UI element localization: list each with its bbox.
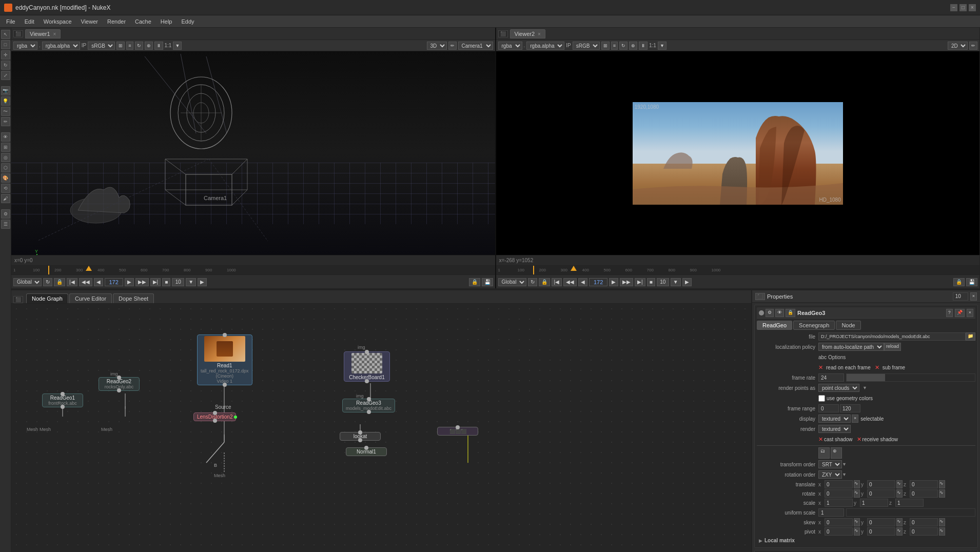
viewer2-fps-btn[interactable]: 10 <box>657 278 669 286</box>
readgeo3-skew-z-input[interactable]: 0 <box>910 518 938 526</box>
viewer2-stop-btn[interactable]: ■ <box>647 278 655 286</box>
node-checker-top-connector[interactable] <box>365 350 369 354</box>
viewer2-btn-pause[interactable]: ⏸ <box>639 42 648 50</box>
node-read1-top-connector[interactable] <box>223 333 227 337</box>
tab-curve-editor[interactable]: Curve Editor <box>69 293 112 303</box>
toolbar-btn-paint[interactable]: 🖌 <box>1 194 10 203</box>
tab-dope-sheet[interactable]: Dope Sheet <box>113 293 154 303</box>
maximize-button[interactable]: □ <box>959 4 967 11</box>
toolbar-btn-eye[interactable]: 👁 <box>1 132 10 142</box>
readgeo3-skx-btn[interactable]: ∿ <box>854 518 860 526</box>
viewer1-global-select[interactable]: Global <box>13 278 42 286</box>
viewer2-fwd-end-btn[interactable]: ▶| <box>635 278 645 286</box>
readgeo3-scale-y-input[interactable]: 1 <box>860 499 888 507</box>
viewer2-frame-input[interactable]: 172 <box>589 278 607 286</box>
viewer1-pen-btn[interactable]: ✏ <box>448 42 457 50</box>
node-read1-bottom-connector[interactable] <box>223 383 227 387</box>
readgeo3-renderpoints-select[interactable]: point clouds <box>818 384 859 392</box>
node-cluster-top-connector[interactable] <box>456 425 460 429</box>
readgeo3-pvz-btn[interactable]: ∿ <box>939 527 945 536</box>
menu-eddy[interactable]: Eddy <box>177 17 198 26</box>
viewer2-colorspace-select[interactable]: rgba <box>498 42 522 50</box>
node-checkerboard1[interactable]: CheckerBoard1 <box>344 351 390 382</box>
viewer1-fps-btn[interactable]: 10 <box>172 278 184 286</box>
readgeo3-translate-z-input[interactable]: 0 <box>910 480 938 488</box>
viewer1-step-fwd-btn[interactable]: ▶ <box>125 278 134 286</box>
readgeo3-pivot-y-input[interactable]: 0 <box>867 527 895 536</box>
viewer1-btn1[interactable]: ⊞ <box>116 42 125 50</box>
node-normal1[interactable]: Normal1 <box>346 447 387 456</box>
viewer1-zoom-btn[interactable]: ▼ <box>173 42 182 50</box>
readgeo3-transformorder-select[interactable]: SRT <box>818 460 842 468</box>
viewer2-fwd-btn2[interactable]: ▶ <box>682 278 692 286</box>
viewer1-btn4[interactable]: ⊕ <box>145 42 153 50</box>
viewer1-tab[interactable]: Viewer1 × <box>25 29 61 38</box>
viewer1-stop-btn[interactable]: ■ <box>162 278 170 286</box>
readgeo3-skz-btn[interactable]: ∿ <box>939 518 945 526</box>
node-readgeo3-bottom-connector[interactable] <box>367 410 371 414</box>
toolbar-btn-arrow[interactable]: ↖ <box>1 30 10 39</box>
viewer1-ip-select[interactable]: sRGB <box>88 42 115 50</box>
viewer2-mode-select[interactable]: 2D <box>948 42 968 50</box>
viewer1-alpha-select[interactable]: rgba.alpha <box>42 42 80 50</box>
readgeo3-reload-btn[interactable]: reload <box>884 343 901 351</box>
readgeo3-uniformscale-input[interactable]: 1 <box>818 508 844 517</box>
toolbar-btn-move[interactable]: ✛ <box>1 50 10 60</box>
viewer2-lock-btn[interactable]: 🔒 <box>539 278 550 286</box>
toolbar-btn-color[interactable]: 🎨 <box>1 173 10 183</box>
toolbar-btn-grid[interactable]: ⊞ <box>1 143 10 152</box>
node-cluster-bottom[interactable]: ⬛⬛⬛ <box>437 427 478 436</box>
toolbar-btn-camera[interactable]: 📷 <box>1 86 10 95</box>
viewer1-fwd-end-btn[interactable]: ▶| <box>150 278 161 286</box>
readgeo3-rotate-z-input[interactable]: 0 <box>910 489 938 498</box>
node-lookat-top-connector[interactable] <box>358 430 362 435</box>
toolbar-btn-settings[interactable]: ⚙ <box>1 209 10 219</box>
viewer1-tab-close[interactable]: × <box>53 31 56 37</box>
readgeo3-pivot-x-input[interactable]: 0 <box>825 527 853 536</box>
readgeo3-skew-x-input[interactable]: 0 <box>825 518 853 526</box>
readgeo3-file-input[interactable]: D:/_PROJECTS/canyon/modo/models_modoEdit… <box>818 332 966 341</box>
viewer1-btn3[interactable]: ↻ <box>135 42 143 50</box>
readgeo3-close-btn[interactable]: × <box>967 309 973 317</box>
viewer2-pen-btn[interactable]: ✏ <box>969 42 977 50</box>
node-readgeo3-top-connector[interactable] <box>367 397 371 401</box>
tab-node-graph[interactable]: Node Graph <box>26 293 68 303</box>
viewer2-save-btn[interactable]: 💾 <box>966 278 977 286</box>
readgeo3-settings-btn[interactable]: ⚙ <box>766 309 774 317</box>
node-lens-distortion[interactable]: LensDistortion2 <box>193 412 236 421</box>
readgeo3-help-btn[interactable]: ? <box>946 309 953 317</box>
viewer2-alpha-select[interactable]: rgba.alpha <box>526 42 564 50</box>
viewer1-rewind-btn[interactable]: |◀ <box>67 278 77 286</box>
readgeo3-tab-readgeo[interactable]: ReadGeo <box>757 321 792 330</box>
node-read1[interactable]: Read1 tall_red_rock_0172.dpx (Cineon) Vi… <box>197 334 252 385</box>
viewer1-fwd-btn2[interactable]: ▶ <box>198 278 207 286</box>
node-normal1-top-connector[interactable] <box>364 446 368 450</box>
readgeo3-scale-x-input[interactable]: 1 <box>825 499 853 507</box>
readgeo3-localization-select[interactable]: from auto-localize path <box>818 343 884 351</box>
viewer1-lock-btn[interactable]: 🔒 <box>54 278 65 286</box>
node-readgeo2-bottom-connector[interactable] <box>117 388 121 392</box>
readgeo3-translate-y-input[interactable]: 0 <box>867 480 895 488</box>
node-readgeo1-bottom-connector[interactable] <box>61 405 65 409</box>
readgeo3-pvx-btn[interactable]: ∿ <box>854 527 860 536</box>
viewer1-camera-select[interactable]: Camera1 <box>458 42 493 50</box>
readgeo3-framerange-start[interactable]: 0 <box>818 404 839 412</box>
viewer1-colorspace-select[interactable]: rgba <box>13 42 37 50</box>
menu-workspace[interactable]: Workspace <box>40 17 76 26</box>
toolbar-btn-rotate[interactable]: ↻ <box>1 61 10 70</box>
toolbar-btn-transform[interactable]: ⟲ <box>1 184 10 193</box>
readgeo3-rotate-y-input[interactable]: 0 <box>867 489 895 498</box>
node-readgeo2[interactable]: ReadGeo2 rocksOnly.abc <box>99 377 140 391</box>
node-lens-bottom-connector[interactable] <box>213 419 217 423</box>
readgeo3-scale-z-input[interactable]: 1 <box>895 499 924 507</box>
menu-file[interactable]: File <box>2 17 19 26</box>
readgeo3-display-x-btn[interactable]: × <box>852 415 858 423</box>
readgeo3-tab-scenegraph[interactable]: Scenegraph <box>793 321 835 330</box>
readgeo3-file-folder-btn[interactable]: 📁 <box>966 332 975 341</box>
node-lookat-bottom-connector[interactable] <box>358 438 362 442</box>
viewer2-step-fwd-btn[interactable]: ▶ <box>609 278 618 286</box>
toolbar-btn-light[interactable]: 💡 <box>1 96 10 106</box>
menu-viewer[interactable]: Viewer <box>77 17 102 26</box>
readgeo3-lock-btn[interactable]: 🔒 <box>786 309 795 317</box>
readgeo3-tz-btn[interactable]: ∿ <box>939 480 945 488</box>
